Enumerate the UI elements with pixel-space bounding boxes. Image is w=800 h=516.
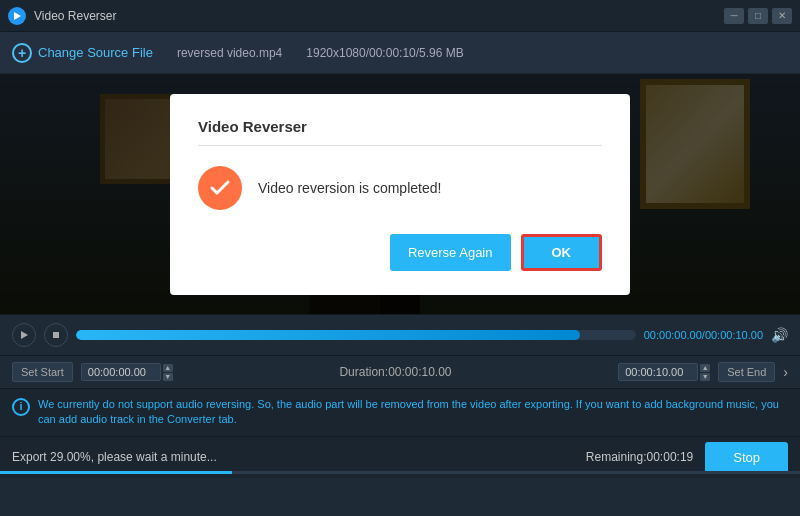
warning-text: We currently do not support audio revers… <box>38 397 788 428</box>
start-time-down[interactable]: ▼ <box>163 373 173 381</box>
end-time-down[interactable]: ▼ <box>700 373 710 381</box>
duration-label: Duration:00:00:10.00 <box>181 365 610 379</box>
end-time-arrows: ▲ ▼ <box>700 364 710 381</box>
title-bar: Video Reverser ─ □ ✕ <box>0 0 800 32</box>
ok-button[interactable]: OK <box>521 234 603 271</box>
modal-content: Video reversion is completed! <box>198 166 602 210</box>
success-icon <box>198 166 242 210</box>
video-area: Video Reverser Video reversion is comple… <box>0 74 800 314</box>
timeline-area: 00:00:00.00/00:00:10.00 🔊 <box>0 314 800 355</box>
info-icon: i <box>12 398 30 416</box>
stop-button[interactable] <box>44 323 68 347</box>
start-time-up[interactable]: ▲ <box>163 364 173 372</box>
modal-title: Video Reverser <box>198 118 602 146</box>
add-icon: + <box>12 43 32 63</box>
play-button[interactable] <box>12 323 36 347</box>
svg-marker-0 <box>14 12 21 20</box>
app-title: Video Reverser <box>34 9 724 23</box>
set-end-arrow[interactable]: › <box>783 364 788 380</box>
svg-marker-1 <box>21 331 28 339</box>
set-end-button[interactable]: Set End <box>718 362 775 382</box>
window-controls: ─ □ ✕ <box>724 8 792 24</box>
svg-rect-2 <box>53 332 59 338</box>
minimize-button[interactable]: ─ <box>724 8 744 24</box>
toolbar: + Change Source File reversed video.mp4 … <box>0 32 800 74</box>
timeline-progress[interactable] <box>76 330 636 340</box>
modal-box: Video Reverser Video reversion is comple… <box>170 94 630 295</box>
stop-button[interactable]: Stop <box>705 442 788 473</box>
export-progress-track <box>0 471 800 474</box>
remaining-text: Remaining:00:00:19 <box>586 450 693 464</box>
export-progress-text: Export 29.00%, please wait a minute... <box>12 450 574 464</box>
export-progress-fill <box>0 471 232 474</box>
volume-icon[interactable]: 🔊 <box>771 327 788 343</box>
app-icon <box>8 7 26 25</box>
file-name: reversed video.mp4 <box>177 46 282 60</box>
duration-row: Set Start ▲ ▼ Duration:00:00:10.00 ▲ ▼ S… <box>0 355 800 388</box>
close-button[interactable]: ✕ <box>772 8 792 24</box>
modal-buttons: Reverse Again OK <box>198 234 602 271</box>
start-time-input[interactable] <box>81 363 161 381</box>
time-display: 00:00:00.00/00:00:10.00 <box>644 329 763 341</box>
set-start-button[interactable]: Set Start <box>12 362 73 382</box>
timeline-progress-fill <box>76 330 580 340</box>
timeline-controls: 00:00:00.00/00:00:10.00 🔊 <box>12 323 788 347</box>
restore-button[interactable]: □ <box>748 8 768 24</box>
end-time-up[interactable]: ▲ <box>700 364 710 372</box>
end-time-input[interactable] <box>618 363 698 381</box>
modal-overlay: Video Reverser Video reversion is comple… <box>0 74 800 314</box>
start-time-arrows: ▲ ▼ <box>163 364 173 381</box>
change-source-label: Change Source File <box>38 45 153 60</box>
change-source-button[interactable]: + Change Source File <box>12 43 153 63</box>
modal-message: Video reversion is completed! <box>258 180 441 196</box>
file-meta: 1920x1080/00:00:10/5.96 MB <box>306 46 463 60</box>
reverse-again-button[interactable]: Reverse Again <box>390 234 511 271</box>
warning-bar: i We currently do not support audio reve… <box>0 388 800 436</box>
